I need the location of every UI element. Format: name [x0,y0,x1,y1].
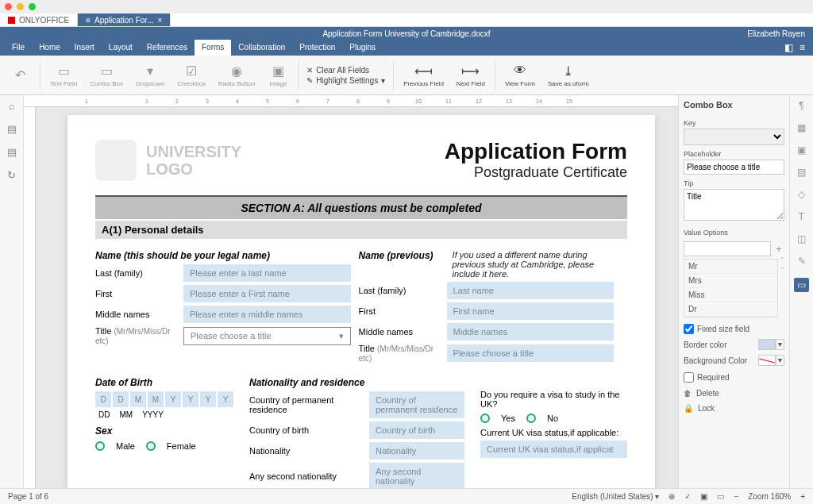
second-nationality-label: Any second nationality [249,471,364,481]
spellcheck-icon[interactable]: ✓ [684,492,691,501]
language-selector[interactable]: English (United States) ▾ [572,492,659,501]
toolbar-next-field[interactable]: ⟼Next Field [452,61,490,89]
page-indicator[interactable]: Page 1 of 6 [8,492,48,501]
chevron-down-icon[interactable]: ▾ [776,339,784,350]
toolbar-dropdown[interactable]: ▾Dropdown [131,61,169,89]
maximize-window-icon[interactable] [29,3,36,10]
text-icon[interactable]: T [799,211,804,222]
toolbar-view-form[interactable]: 👁View Form [500,61,540,89]
app-tab-home[interactable]: ONLYOFFICE [0,13,78,26]
fit-page-icon[interactable]: ▣ [700,492,707,501]
track-changes-icon[interactable]: ⊕ [669,492,675,501]
logo-placeholder [95,140,137,181]
visa-no-radio[interactable] [526,414,536,423]
dob-input[interactable]: DDMMYYYY [95,391,233,407]
key-select[interactable] [684,129,784,145]
option-item[interactable]: Miss [684,288,777,302]
lock-button[interactable]: 🔒Lock [684,404,784,413]
options-list[interactable]: Mr Mrs Miss Dr [684,259,778,317]
comments-icon[interactable]: ▤ [7,123,17,135]
toolbar-checkbox[interactable]: ☑Checkbox [173,61,211,89]
toolbar-save-oform[interactable]: ⤓Save as oform [543,61,594,89]
delete-button[interactable]: 🗑Delete [684,389,784,398]
middle-name-input[interactable]: Please enter a middle names [183,306,351,323]
table-icon[interactable]: ▦ [797,122,806,133]
option-item[interactable]: Mr [684,260,777,274]
menu-file[interactable]: File [5,40,32,56]
toolbar-text-field[interactable]: ▭Text Field [45,61,82,89]
signature-icon[interactable]: ✎ [798,256,806,267]
toolbar-undo[interactable]: ↶ [5,66,35,85]
required-label: Required [697,373,730,382]
minimize-window-icon[interactable] [17,3,24,10]
toolbar-image[interactable]: ▣Image [263,61,293,89]
move-down-icon[interactable]: ˅ [780,267,784,275]
move-up-icon[interactable]: ˄ [780,256,784,264]
option-item[interactable]: Dr [684,302,777,317]
paragraph-icon[interactable]: ¶ [799,100,803,111]
add-option-button[interactable]: + [773,244,784,255]
toolbar-clear-fields[interactable]: ✕Clear All Fields [306,66,385,75]
image-settings-icon[interactable]: ▣ [797,144,806,156]
perm-residence-input[interactable]: Country of permanent residence [369,391,464,418]
prev-last-input[interactable]: Last name [447,282,615,299]
last-name-input[interactable]: Please enter a last name [183,264,351,282]
tip-textarea[interactable] [684,189,784,221]
add-option-input[interactable] [684,241,771,256]
form-settings-icon[interactable]: ▭ [794,278,809,292]
sex-male-radio[interactable] [95,441,105,451]
search-icon[interactable]: ⌕ [9,100,15,112]
menu-forms[interactable]: Forms [195,40,231,56]
zoom-out-button[interactable]: − [734,492,738,501]
menubar: File Home Insert Layout References Forms… [0,40,813,56]
nationality-input[interactable]: Nationality [369,442,464,460]
sex-female-radio[interactable] [146,441,156,451]
title-combobox[interactable]: Please choose a title▾ [183,327,351,345]
headings-icon[interactable]: ▤ [7,146,17,158]
zoom-in-button[interactable]: + [800,492,805,501]
option-item[interactable]: Mrs [684,274,777,288]
clear-icon: ✕ [306,66,313,75]
menu-references[interactable]: References [140,40,195,56]
chevron-down-icon[interactable]: ▾ [776,355,784,366]
close-tab-icon[interactable]: × [157,16,162,25]
fit-width-icon[interactable]: ▭ [717,492,724,501]
menu-home[interactable]: Home [32,40,67,56]
chevron-down-icon: ▾ [339,331,344,341]
feedback-icon[interactable]: ↻ [7,169,16,181]
eye-icon: 👁 [512,63,528,79]
second-nationality-input[interactable]: Any second nationality [369,463,464,488]
menu-collaboration[interactable]: Collaboration [231,40,292,56]
chart-icon[interactable]: ◫ [797,233,806,244]
menu-protection[interactable]: Protection [292,40,342,56]
prev-name-heading: Name (previous) [359,250,446,275]
border-color-swatch[interactable] [758,339,776,350]
prev-title-input[interactable]: Please choose a title [447,344,615,362]
placeholder-input[interactable] [684,160,784,175]
birth-country-input[interactable]: Country of birth [369,421,464,439]
user-icon[interactable]: ◧ [784,42,793,53]
shape-icon[interactable]: ◇ [798,189,805,200]
close-window-icon[interactable] [5,3,12,10]
toolbar-combo-box[interactable]: ▭Combo Box [85,61,128,89]
fixed-size-checkbox[interactable] [684,324,694,334]
zoom-level[interactable]: Zoom 160% [748,492,791,501]
first-name-input[interactable]: Please enter a First name [183,285,351,302]
menu-insert[interactable]: Insert [67,40,102,56]
prev-middle-input[interactable]: Middle names [447,323,615,340]
menu-plugins[interactable]: Plugins [342,40,383,56]
toolbar-radio[interactable]: ◉Radio Button [214,61,260,89]
save-icon: ⤓ [561,63,576,79]
required-checkbox[interactable] [684,372,694,383]
toolbar-highlight[interactable]: ✎Highlight Settings▾ [306,76,385,85]
visa-status-input[interactable]: Current UK visa status,if applicat [480,441,627,458]
menu-layout[interactable]: Layout [102,40,140,56]
visa-yes-radio[interactable] [480,414,490,423]
app-tab-document[interactable]: ≡ Application For... × [78,13,171,26]
document-canvas[interactable]: UNIVERSITYLOGO Application Form Postgrad… [36,107,678,488]
toolbar-prev-field[interactable]: ⟻Previous Field [399,61,449,89]
header-icon[interactable]: ▤ [797,167,806,178]
prev-first-input[interactable]: First name [447,302,615,320]
next-field-icon: ⟼ [463,63,479,79]
more-icon[interactable]: ≡ [800,42,805,53]
